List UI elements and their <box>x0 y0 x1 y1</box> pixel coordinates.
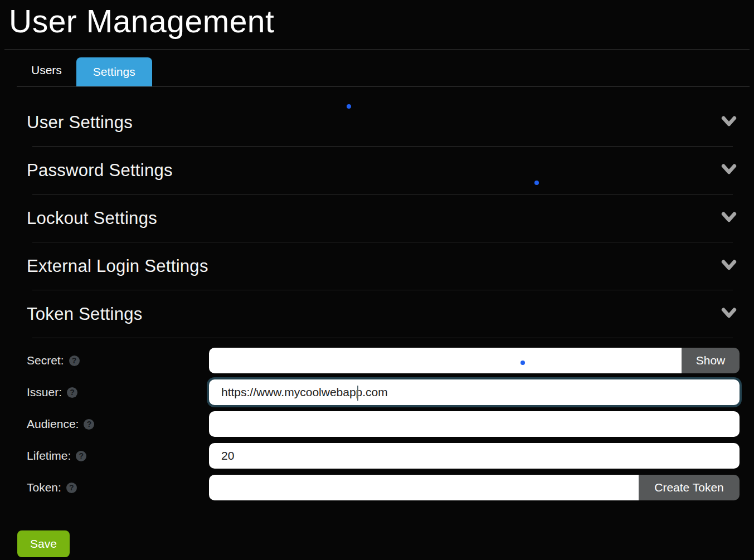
chevron-down-icon[interactable] <box>721 259 737 274</box>
secret-label-wrap: Secret: ? <box>27 354 209 367</box>
secret-input[interactable] <box>209 348 682 373</box>
accordion-header-external-login-settings[interactable]: External Login Settings <box>0 242 754 290</box>
lifetime-label-wrap: Lifetime: ? <box>27 449 209 462</box>
issuer-input[interactable] <box>209 379 740 405</box>
issuer-label: Issuer: <box>27 386 62 399</box>
touch-indicator-dot <box>347 104 351 109</box>
section-title: External Login Settings <box>27 256 208 276</box>
chevron-down-icon[interactable] <box>721 307 737 322</box>
settings-accordion: User Settings Password Settings Lockout … <box>0 99 754 338</box>
help-icon[interactable]: ? <box>76 451 86 461</box>
lifetime-input[interactable] <box>209 443 740 469</box>
audience-label-wrap: Audience: ? <box>27 417 209 431</box>
lifetime-label: Lifetime: <box>27 449 71 462</box>
show-button[interactable]: Show <box>682 348 740 373</box>
secret-row: Secret: ? Show <box>27 348 740 373</box>
accordion-section-lockout-settings: Lockout Settings <box>0 194 754 242</box>
lifetime-row: Lifetime: ? <box>27 443 740 469</box>
issuer-row: Issuer: ? <box>27 379 740 405</box>
token-settings-form: Secret: ? Show Issuer: ? Audience: ? <box>0 348 754 500</box>
token-input[interactable] <box>209 475 639 500</box>
accordion-section-token-settings: Token Settings <box>0 290 754 338</box>
chevron-down-icon[interactable] <box>721 211 737 226</box>
issuer-input-group <box>209 379 740 405</box>
section-title: User Settings <box>27 113 133 133</box>
help-icon[interactable]: ? <box>66 483 77 493</box>
token-label: Token: <box>27 481 61 494</box>
help-icon[interactable]: ? <box>67 387 77 398</box>
touch-indicator-dot <box>534 181 539 185</box>
accordion-section-user-settings: User Settings <box>0 99 754 147</box>
audience-label: Audience: <box>27 417 79 431</box>
divider <box>32 338 733 338</box>
accordion-header-token-settings[interactable]: Token Settings <box>0 290 754 338</box>
issuer-label-wrap: Issuer: ? <box>27 386 209 399</box>
token-row: Token: ? Create Token <box>27 475 740 500</box>
help-icon[interactable]: ? <box>69 356 80 366</box>
accordion-section-external-login-settings: External Login Settings <box>0 242 754 290</box>
text-caret <box>357 386 358 401</box>
audience-input-group <box>209 411 740 437</box>
section-title: Lockout Settings <box>27 208 157 228</box>
accordion-section-password-settings: Password Settings <box>0 147 754 194</box>
accordion-header-password-settings[interactable]: Password Settings <box>0 147 754 194</box>
token-input-group: Create Token <box>209 475 740 500</box>
touch-indicator-dot <box>520 361 525 365</box>
tab-settings-label: Settings <box>93 65 135 79</box>
create-token-button[interactable]: Create Token <box>639 475 740 500</box>
chevron-down-icon[interactable] <box>721 163 737 178</box>
section-title: Password Settings <box>27 160 173 181</box>
chevron-down-icon[interactable] <box>721 115 737 130</box>
token-label-wrap: Token: ? <box>27 481 209 494</box>
secret-label: Secret: <box>27 354 64 367</box>
accordion-header-user-settings[interactable]: User Settings <box>0 99 754 146</box>
tab-users[interactable]: Users <box>17 64 76 86</box>
secret-input-group: Show <box>209 348 740 373</box>
audience-input[interactable] <box>209 411 740 437</box>
page-title: User Management <box>9 0 750 42</box>
help-icon[interactable]: ? <box>84 419 94 430</box>
page-header: User Management <box>4 0 750 50</box>
accordion-header-lockout-settings[interactable]: Lockout Settings <box>0 194 754 242</box>
lifetime-input-group <box>209 443 740 469</box>
section-title: Token Settings <box>27 304 143 324</box>
tab-settings[interactable]: Settings <box>76 57 152 86</box>
tab-bar: Users Settings <box>17 50 750 87</box>
user-management-page: User Management Users Settings User Sett… <box>0 0 754 560</box>
tab-users-label: Users <box>31 64 62 76</box>
audience-row: Audience: ? <box>27 411 740 437</box>
save-button[interactable]: Save <box>17 530 70 557</box>
